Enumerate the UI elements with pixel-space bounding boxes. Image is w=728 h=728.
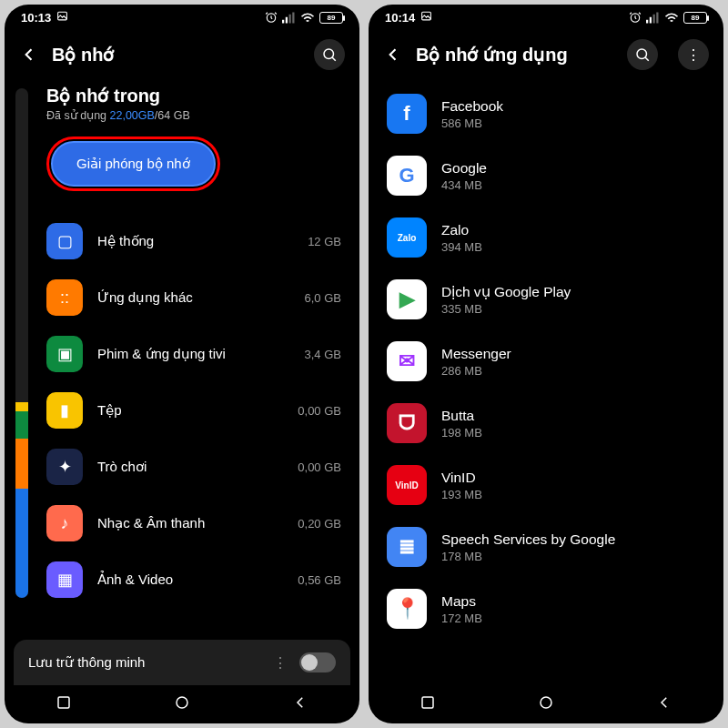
nav-back[interactable]	[292, 694, 308, 714]
maps-icon: 📍	[387, 589, 427, 629]
app-size: 394 MB	[441, 240, 482, 254]
music-icon: ♪	[46, 505, 83, 541]
app-name: Messenger	[441, 346, 511, 362]
page-title: Bộ nhớ	[52, 44, 301, 66]
storage-heading: Bộ nhớ trong	[46, 85, 347, 106]
app-size: 178 MB	[441, 550, 615, 563]
app-row[interactable]: ZaloZalo394 MB	[369, 207, 720, 268]
app-row[interactable]: ᗜButta198 MB	[369, 392, 720, 454]
status-image-icon	[56, 10, 68, 25]
smart-storage-row[interactable]: Lưu trữ thông minh ⋮	[14, 640, 350, 685]
app-name: Google	[441, 160, 487, 177]
category-label: Tệp	[97, 402, 283, 419]
app-size: 434 MB	[441, 178, 487, 192]
app-name: Butta	[441, 408, 482, 424]
category-row[interactable]: ▦Ảnh & Video0,56 GB	[46, 551, 347, 608]
battery-icon: 89	[319, 12, 343, 24]
svg-rect-16	[422, 697, 433, 708]
wifi-icon	[300, 12, 315, 24]
page-title: Bộ nhớ ứng dụng	[416, 44, 614, 66]
more-icon: ⋮	[686, 46, 701, 64]
category-size: 12 GB	[308, 235, 347, 248]
more-icon[interactable]: ⋮	[273, 654, 288, 672]
category-size: 0,00 GB	[298, 460, 347, 474]
search-button[interactable]	[627, 39, 658, 70]
vinid-icon: VinID	[387, 465, 427, 505]
svg-point-6	[324, 49, 334, 59]
category-label: Nhạc & Âm thanh	[97, 515, 283, 531]
zalo-icon: Zalo	[387, 217, 427, 258]
search-button[interactable]	[314, 39, 345, 70]
category-size: 0,00 GB	[298, 404, 347, 418]
back-button[interactable]	[19, 45, 39, 65]
seg-tv	[15, 411, 28, 439]
svg-rect-3	[286, 16, 288, 23]
svg-rect-13	[653, 14, 655, 23]
category-label: Phim & ứng dụng tivi	[97, 346, 290, 362]
phone-left: 10:13 89 Bộ nhớ Bộ nhớ trong	[5, 5, 359, 723]
svg-rect-4	[289, 14, 291, 23]
app-name: Zalo	[441, 222, 482, 238]
storage-subtitle: Đã sử dụng 22,00GB/64 GB	[46, 108, 347, 122]
category-row[interactable]: ▢Hệ thống12 GB	[46, 213, 347, 269]
app-size: 193 MB	[441, 488, 482, 501]
category-label: Hệ thống	[97, 233, 293, 249]
media-icon: ▦	[46, 561, 83, 598]
app-row[interactable]: VinIDVinID193 MB	[369, 454, 720, 516]
category-label: Ứng dụng khác	[97, 289, 290, 306]
nav-bar	[369, 685, 723, 723]
svg-rect-11	[646, 19, 648, 23]
category-row[interactable]: ♪Nhạc & Âm thanh0,20 GB	[46, 495, 347, 551]
category-row[interactable]: ▮Tệp0,00 GB	[46, 382, 347, 439]
nav-recent[interactable]	[56, 694, 72, 714]
category-label: Trò chơi	[97, 459, 283, 475]
app-size: 172 MB	[441, 612, 482, 625]
category-row[interactable]: ✦Trò chơi0,00 GB	[46, 439, 347, 495]
smart-storage-toggle[interactable]	[299, 652, 336, 672]
highlight-outline: Giải phóng bộ nhớ	[46, 136, 220, 191]
seg-files	[15, 402, 28, 411]
play-services-icon: ▶	[387, 279, 427, 319]
svg-rect-5	[292, 12, 294, 23]
app-row[interactable]: fFacebook586 MB	[369, 83, 720, 145]
status-image-icon	[420, 10, 432, 25]
battery-icon: 89	[683, 12, 707, 24]
free-storage-button[interactable]: Giải phóng bộ nhớ	[51, 141, 216, 187]
butta-icon: ᗜ	[387, 403, 427, 443]
app-row[interactable]: 📍Maps172 MB	[369, 578, 720, 640]
alarm-icon	[265, 11, 278, 24]
svg-rect-14	[656, 12, 658, 23]
nav-recent[interactable]	[420, 694, 436, 714]
app-size: 198 MB	[441, 426, 482, 440]
tv-icon: ▣	[46, 336, 83, 372]
category-size: 3,4 GB	[305, 348, 347, 361]
nav-back[interactable]	[656, 694, 672, 714]
app-name: Facebook	[441, 98, 503, 115]
google-icon: G	[387, 156, 427, 196]
status-bar: 10:14 89	[369, 5, 723, 30]
wifi-icon	[664, 12, 679, 24]
alarm-icon	[629, 11, 642, 24]
back-button[interactable]	[383, 45, 403, 65]
category-label: Ảnh & Video	[97, 571, 283, 588]
svg-point-15	[637, 49, 647, 59]
category-size: 0,56 GB	[298, 573, 347, 587]
nav-home[interactable]	[174, 694, 190, 714]
app-row[interactable]: ▶Dịch vụ Google Play335 MB	[369, 268, 720, 330]
phone-icon: ▢	[46, 223, 83, 259]
nav-home[interactable]	[538, 694, 554, 714]
smart-storage-label: Lưu trữ thông minh	[28, 654, 262, 671]
signal-icon	[282, 12, 296, 24]
app-row[interactable]: GGoogle434 MB	[369, 145, 720, 207]
app-row[interactable]: ≣Speech Services by Google178 MB	[369, 516, 720, 578]
more-button[interactable]: ⋮	[678, 39, 709, 70]
category-row[interactable]: ▣Phim & ứng dụng tivi3,4 GB	[46, 326, 347, 382]
app-row[interactable]: ✉Messenger286 MB	[369, 330, 720, 392]
svg-rect-7	[58, 697, 69, 708]
category-size: 0,20 GB	[298, 517, 347, 531]
category-row[interactable]: ::Ứng dụng khác6,0 GB	[46, 269, 347, 326]
seg-apps	[15, 439, 28, 489]
game-icon: ✦	[46, 449, 83, 485]
storage-usage-bar	[15, 88, 28, 598]
nav-bar	[5, 685, 359, 723]
